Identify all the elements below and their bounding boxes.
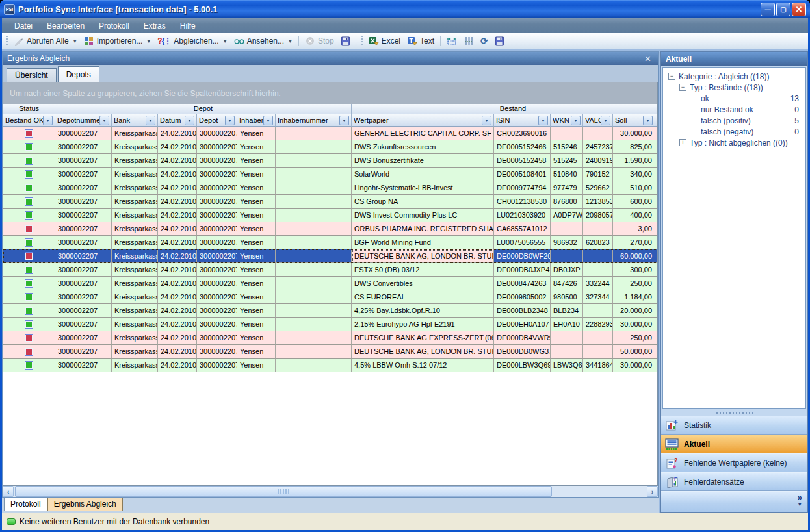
cell-wkn[interactable]: 977479 bbox=[551, 181, 583, 195]
cell-inhabernummer[interactable] bbox=[276, 140, 352, 154]
cell-depot[interactable]: 3000002207 bbox=[197, 249, 237, 263]
cell-soll[interactable]: 825,00 bbox=[613, 140, 655, 154]
cell-wkn[interactable]: 510840 bbox=[551, 168, 583, 181]
cell-wertpapier[interactable]: DEUTSCHE BANK AG, LONDON BR. STUFZ. bbox=[352, 345, 494, 359]
cell-ist[interactable] bbox=[655, 127, 658, 140]
cell-inhabernummer[interactable] bbox=[276, 195, 352, 209]
cell-bank[interactable]: Kreissparkasse bbox=[112, 290, 158, 304]
cell-wertpapier[interactable]: GENERAL ELECTRIC CAPITAL CORP. SF-A bbox=[352, 127, 494, 140]
sidebar-splitter[interactable] bbox=[661, 410, 807, 416]
cell-depot[interactable]: 3000002207 bbox=[197, 140, 237, 154]
table-row[interactable]: 3000002207Kreissparkasse24.02.2010300000… bbox=[3, 181, 657, 195]
cell-ist[interactable]: 2 bbox=[655, 304, 658, 318]
cell-inhaber[interactable]: Yensen bbox=[237, 345, 276, 359]
cell-valor[interactable] bbox=[583, 127, 613, 140]
cell-isin[interactable]: DE000DB0JXP4 bbox=[494, 263, 551, 277]
cell-status[interactable] bbox=[3, 331, 55, 345]
cell-soll[interactable]: 250,00 bbox=[613, 331, 655, 345]
cell-inhaber[interactable]: Yensen bbox=[237, 304, 276, 318]
cell-ist[interactable] bbox=[655, 154, 658, 168]
cell-valor[interactable] bbox=[583, 249, 613, 263]
cell-status[interactable] bbox=[3, 290, 55, 304]
cell-inhaber[interactable]: Yensen bbox=[237, 181, 276, 195]
cell-wkn[interactable] bbox=[551, 345, 583, 359]
column-header-soll[interactable]: Soll▼ bbox=[613, 114, 655, 127]
cell-status[interactable] bbox=[3, 345, 55, 359]
cell-wertpapier[interactable]: DEUTSCHE BANK AG EXPRESS-ZERT.(06.0 bbox=[352, 331, 494, 345]
cell-datum[interactable]: 24.02.2010 bbox=[158, 290, 197, 304]
cell-depotnummer[interactable]: 3000002207 bbox=[55, 127, 112, 140]
cell-datum[interactable]: 24.02.2010 bbox=[158, 140, 197, 154]
cell-wertpapier[interactable]: 4,5% LBBW Omh S.12 07/12 bbox=[352, 359, 494, 372]
cell-depotnummer[interactable]: 3000002207 bbox=[55, 154, 112, 168]
cell-bank[interactable]: Kreissparkasse bbox=[112, 127, 158, 140]
tree-item[interactable]: +Typ : Nicht abgeglichen ((0)) bbox=[663, 137, 805, 148]
cell-depotnummer[interactable]: 3000002207 bbox=[55, 263, 112, 277]
cell-isin[interactable]: DE000DB4VWR9 bbox=[494, 331, 551, 345]
cell-inhabernummer[interactable] bbox=[276, 318, 352, 331]
column-filter-button[interactable]: ▼ bbox=[643, 116, 653, 125]
ansehen-button[interactable]: Ansehen... ▼ bbox=[231, 34, 296, 47]
cell-ist[interactable] bbox=[655, 222, 658, 236]
overflow-chevron-icon[interactable]: » ▾ bbox=[798, 494, 802, 507]
minimize-button[interactable]: ─ bbox=[761, 3, 775, 16]
column-header-ist[interactable]: I bbox=[655, 114, 658, 127]
cell-status[interactable] bbox=[3, 222, 55, 236]
cell-wertpapier[interactable]: Lingohr-Systematic-LBB-Invest bbox=[352, 181, 494, 195]
cell-ist[interactable] bbox=[655, 195, 658, 209]
cell-valor[interactable] bbox=[583, 263, 613, 277]
cell-depotnummer[interactable]: 3000002207 bbox=[55, 290, 112, 304]
cell-ist[interactable] bbox=[655, 263, 658, 277]
tree-item[interactable]: nur Bestand ok0 bbox=[663, 104, 805, 115]
cell-bank[interactable]: Kreissparkasse bbox=[112, 304, 158, 318]
save-layout-button[interactable] bbox=[491, 34, 508, 47]
table-row[interactable]: 3000002207Kreissparkasse24.02.2010300000… bbox=[3, 236, 657, 249]
cell-isin[interactable]: CH0023690016 bbox=[494, 127, 551, 140]
table-row[interactable]: 3000002207Kreissparkasse24.02.2010300000… bbox=[3, 318, 657, 331]
table-row[interactable]: 3000002207Kreissparkasse24.02.2010300000… bbox=[3, 222, 657, 236]
cell-soll[interactable]: 400,00 bbox=[613, 209, 655, 222]
tab-protokoll[interactable]: Protokoll bbox=[4, 498, 47, 511]
excel-export-button[interactable]: Excel bbox=[365, 34, 404, 47]
cell-wkn[interactable]: BLB234 bbox=[551, 304, 583, 318]
column-filter-button[interactable]: ▼ bbox=[99, 116, 109, 125]
cell-wkn[interactable] bbox=[551, 331, 583, 345]
cell-datum[interactable]: 24.02.2010 bbox=[158, 222, 197, 236]
table-row[interactable]: 3000002207Kreissparkasse24.02.2010300000… bbox=[3, 127, 657, 140]
cell-inhabernummer[interactable] bbox=[276, 345, 352, 359]
fit-columns-button[interactable] bbox=[460, 34, 477, 47]
cell-inhaber[interactable]: Yensen bbox=[237, 140, 276, 154]
cell-bank[interactable]: Kreissparkasse bbox=[112, 263, 158, 277]
cell-ist[interactable] bbox=[655, 249, 658, 263]
cell-wkn[interactable]: DB0JXP bbox=[551, 263, 583, 277]
cell-isin[interactable]: DE000DB0WG37 bbox=[494, 345, 551, 359]
cell-wertpapier[interactable]: DWS Zukunftsressourcen bbox=[352, 140, 494, 154]
tree-item[interactable]: falsch (positiv)5 bbox=[663, 115, 805, 126]
cell-inhaber[interactable]: Yensen bbox=[237, 318, 276, 331]
cell-isin[interactable]: DE0005108401 bbox=[494, 168, 551, 181]
stop-button[interactable]: Stop bbox=[302, 34, 337, 47]
text-export-button[interactable]: Text bbox=[404, 34, 438, 47]
cell-bank[interactable]: Kreissparkasse bbox=[112, 140, 158, 154]
toolbar-grip[interactable] bbox=[361, 36, 363, 46]
scrollbar-thumb[interactable] bbox=[15, 486, 552, 497]
panel-close-icon[interactable]: ✕ bbox=[642, 54, 653, 64]
cell-status[interactable] bbox=[3, 195, 55, 209]
cell-valor[interactable]: 2098057 bbox=[583, 209, 613, 222]
column-header-wkn[interactable]: WKN▼ bbox=[551, 114, 583, 127]
table-row[interactable]: 3000002207Kreissparkasse24.02.2010300000… bbox=[3, 140, 657, 154]
cell-wertpapier[interactable]: ORBUS PHARMA INC. REGISTERED SHARES bbox=[352, 222, 494, 236]
cell-inhaber[interactable]: Yensen bbox=[237, 209, 276, 222]
cell-inhabernummer[interactable] bbox=[276, 263, 352, 277]
cell-soll[interactable]: 340,00 bbox=[613, 168, 655, 181]
cell-valor[interactable] bbox=[583, 345, 613, 359]
cell-status[interactable] bbox=[3, 359, 55, 372]
cell-datum[interactable]: 24.02.2010 bbox=[158, 318, 197, 331]
cell-inhabernummer[interactable] bbox=[276, 127, 352, 140]
table-row[interactable]: 3000002207Kreissparkasse24.02.2010300000… bbox=[3, 249, 657, 263]
cell-datum[interactable]: 24.02.2010 bbox=[158, 168, 197, 181]
cell-valor[interactable]: 2288293 bbox=[583, 318, 613, 331]
cell-datum[interactable]: 24.02.2010 bbox=[158, 195, 197, 209]
cell-datum[interactable]: 24.02.2010 bbox=[158, 359, 197, 372]
cell-isin[interactable]: DE0005152458 bbox=[494, 154, 551, 168]
